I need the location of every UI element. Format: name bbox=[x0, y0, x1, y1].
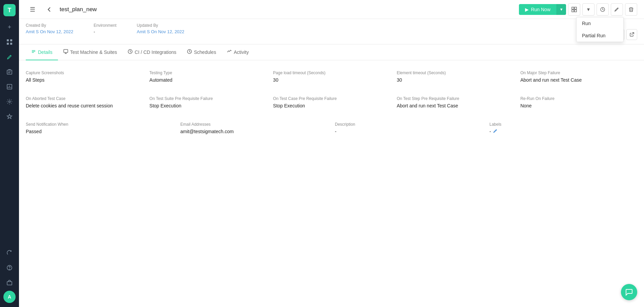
updated-by-value: Amit S On Nov 12, 2022 bbox=[137, 29, 184, 34]
run-now-group: ▶ Run Now ▾ bbox=[519, 4, 566, 15]
tab-activity[interactable]: Activity bbox=[222, 44, 254, 60]
updated-by-group: Updated By Amit S On Nov 12, 2022 bbox=[137, 23, 184, 34]
edit-nav-icon[interactable] bbox=[3, 50, 16, 64]
bag-icon[interactable] bbox=[3, 276, 16, 289]
created-by-date: On Nov 12, 2022 bbox=[40, 29, 73, 34]
label-capture-screenshots: Capture Screenshots bbox=[26, 70, 143, 75]
xray-link-icon[interactable] bbox=[626, 29, 637, 40]
svg-rect-2 bbox=[7, 43, 9, 45]
integrations-icon[interactable] bbox=[3, 110, 16, 123]
detail-suite-prereq-failure: On Test Suite Pre Requisite Failure Stop… bbox=[149, 96, 266, 108]
details-tab-icon bbox=[31, 49, 36, 55]
run-now-button[interactable]: ▶ Run Now bbox=[519, 4, 557, 15]
detail-send-notification: Send Notification When Passed bbox=[26, 122, 174, 134]
meta-bar: Created By Amit S On Nov 12, 2022 Enviro… bbox=[19, 19, 644, 44]
topbar-left: ☰ test_plan_new bbox=[26, 3, 519, 16]
view-toggle-icon[interactable] bbox=[568, 3, 580, 16]
tab-test-machine[interactable]: Test Machine & Suites bbox=[58, 44, 123, 60]
app-logo[interactable]: T bbox=[3, 4, 16, 16]
label-testing-type: Testing Type bbox=[149, 70, 266, 75]
chat-button[interactable] bbox=[621, 284, 637, 300]
value-case-prereq-failure: Stop Execution bbox=[273, 103, 390, 108]
topbar-actions: ▶ Run Now ▾ ▾ bbox=[519, 3, 637, 16]
svg-point-13 bbox=[9, 269, 10, 269]
value-testing-type: Automated bbox=[149, 77, 266, 83]
updated-by-name: Amit S bbox=[137, 29, 150, 34]
hamburger-icon[interactable]: ☰ bbox=[26, 3, 39, 16]
delete-button[interactable] bbox=[625, 3, 637, 16]
detail-page-load-timeout: Page load timeout (Seconds) 30 bbox=[273, 70, 390, 83]
value-element-timeout: 30 bbox=[397, 77, 514, 83]
value-aborted-test-case: Delete cookies and reuse current session bbox=[26, 103, 143, 108]
created-by-name: Amit S bbox=[26, 29, 39, 34]
sync-icon[interactable] bbox=[3, 246, 16, 260]
schedules-tab-icon bbox=[187, 49, 192, 55]
value-labels: - bbox=[489, 129, 491, 134]
created-by-value: Amit S On Nov 12, 2022 bbox=[26, 29, 73, 34]
labels-edit-icon[interactable] bbox=[493, 129, 498, 134]
tab-schedules[interactable]: Schedules bbox=[182, 44, 221, 60]
topbar: ☰ test_plan_new ▶ Run Now ▾ ▾ bbox=[19, 0, 644, 19]
detail-description: Description - bbox=[335, 122, 483, 134]
chevron-down-small-icon: ▾ bbox=[587, 6, 590, 13]
svg-rect-15 bbox=[572, 7, 574, 9]
label-suite-prereq-failure: On Test Suite Pre Requisite Failure bbox=[149, 96, 266, 101]
schedule-icon[interactable] bbox=[597, 3, 609, 16]
cases-icon[interactable] bbox=[3, 65, 16, 79]
detail-aborted-test-case: On Aborted Test Case Delete cookies and … bbox=[26, 96, 143, 108]
tab-ci-cd[interactable]: CI / CD Integrations bbox=[122, 44, 182, 60]
detail-labels: Labels - bbox=[489, 122, 637, 134]
details-row-3: Send Notification When Passed Email Addr… bbox=[26, 122, 637, 134]
svg-rect-18 bbox=[575, 10, 577, 12]
tab-details-label: Details bbox=[38, 49, 53, 55]
tab-activity-label: Activity bbox=[234, 49, 249, 55]
svg-point-11 bbox=[9, 101, 11, 103]
value-suite-prereq-failure: Stop Execution bbox=[149, 103, 266, 108]
environment-value: - bbox=[94, 29, 116, 34]
detail-element-timeout: Element timeout (Seconds) 30 bbox=[397, 70, 514, 83]
edit-button[interactable] bbox=[611, 3, 623, 16]
label-aborted-test-case: On Aborted Test Case bbox=[26, 96, 143, 101]
main-content: ☰ test_plan_new ▶ Run Now ▾ ▾ bbox=[19, 0, 644, 307]
reports-icon[interactable] bbox=[3, 80, 16, 94]
label-email-addresses: Email Addresses bbox=[180, 122, 328, 127]
run-option[interactable]: Run bbox=[577, 17, 623, 29]
label-rerun-on-failure: Re-Run On Failure bbox=[520, 96, 637, 101]
tab-ci-cd-label: CI / CD Integrations bbox=[135, 49, 176, 55]
detail-email-addresses: Email Addresses amit@testsigmatech.com bbox=[180, 122, 328, 134]
details-row-1: Capture Screenshots All Steps Testing Ty… bbox=[26, 70, 637, 83]
value-page-load-timeout: 30 bbox=[273, 77, 390, 83]
svg-rect-1 bbox=[10, 39, 12, 41]
settings-icon[interactable] bbox=[3, 95, 16, 108]
environment-label: Environment bbox=[94, 23, 116, 28]
add-button[interactable]: + bbox=[3, 20, 16, 34]
partial-run-option[interactable]: Partial Run bbox=[577, 29, 623, 42]
details-row-2: On Aborted Test Case Delete cookies and … bbox=[26, 96, 637, 108]
detail-rerun-on-failure: Re-Run On Failure None bbox=[520, 96, 637, 108]
run-dropdown-menu: Run Partial Run bbox=[576, 17, 624, 42]
labels-value-row: - bbox=[489, 129, 637, 134]
value-email-addresses: amit@testsigmatech.com bbox=[180, 129, 328, 134]
help-icon[interactable] bbox=[3, 261, 16, 274]
svg-rect-14 bbox=[7, 282, 12, 285]
detail-step-prereq-failure: On Test Step Pre Requisite Failure Abort… bbox=[397, 96, 514, 108]
created-by-group: Created By Amit S On Nov 12, 2022 bbox=[26, 23, 73, 34]
tab-details[interactable]: Details bbox=[26, 44, 58, 60]
test-machine-tab-icon bbox=[63, 49, 68, 55]
label-description: Description bbox=[335, 122, 483, 127]
svg-rect-4 bbox=[7, 70, 12, 74]
tab-test-machine-label: Test Machine & Suites bbox=[70, 49, 117, 55]
svg-rect-0 bbox=[7, 39, 9, 41]
dashboard-icon[interactable] bbox=[3, 35, 16, 49]
back-icon[interactable] bbox=[43, 3, 56, 16]
chevron-down-icon: ▾ bbox=[560, 7, 563, 12]
avatar[interactable]: A bbox=[3, 291, 16, 303]
label-send-notification: Send Notification When bbox=[26, 122, 174, 127]
svg-rect-23 bbox=[64, 49, 68, 53]
run-dropdown-button[interactable]: ▾ bbox=[557, 4, 566, 15]
dropdown-icon[interactable]: ▾ bbox=[582, 3, 595, 16]
tabs-bar: Details Test Machine & Suites CI / CD In… bbox=[19, 44, 644, 60]
detail-major-step-failure: On Major Step Failure Abort and run next… bbox=[520, 70, 637, 83]
updated-by-label: Updated By bbox=[137, 23, 184, 28]
content-area: Capture Screenshots All Steps Testing Ty… bbox=[19, 60, 644, 307]
